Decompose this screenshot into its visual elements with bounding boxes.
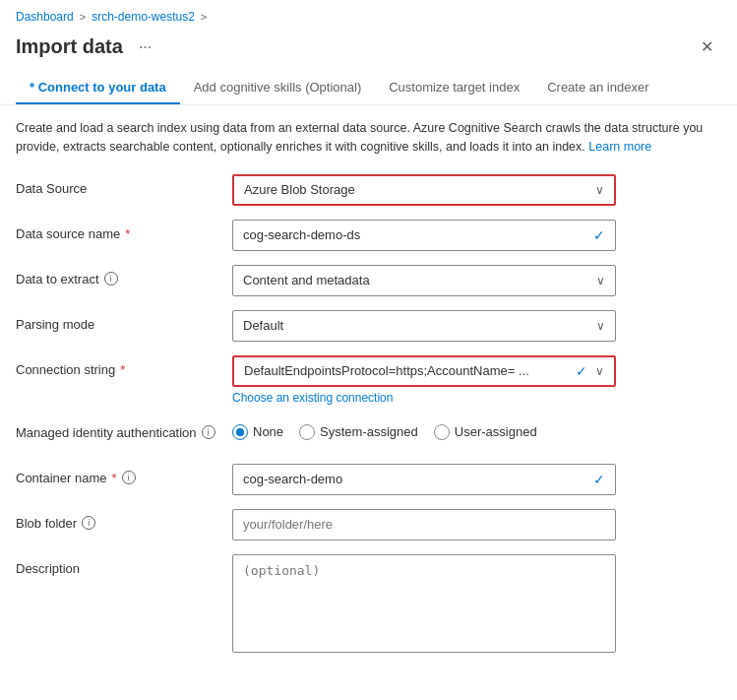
main-content: Create and load a search index using dat… (0, 105, 737, 680)
breadcrumb-sep2: > (201, 11, 207, 23)
breadcrumb-dashboard[interactable]: Dashboard (16, 10, 74, 24)
data-source-name-check-icon: ✓ (593, 227, 605, 243)
parsing-mode-label: Parsing mode (16, 310, 232, 332)
connection-string-label: Connection string * (16, 355, 232, 377)
choose-connection-link[interactable]: Choose an existing connection (232, 391, 616, 405)
radio-user-circle (434, 424, 450, 440)
parsing-mode-arrow-icon: ∨ (596, 319, 605, 333)
breadcrumb-sep1: > (80, 11, 86, 23)
radio-none-circle (232, 424, 248, 440)
data-to-extract-row: Data to extract i Content and metadata ∨ (16, 265, 721, 296)
radio-system-circle (299, 424, 315, 440)
breadcrumb: Dashboard > srch-demo-westus2 > (0, 0, 737, 30)
container-check-icon: ✓ (593, 472, 605, 487)
parsing-mode-control: Default ∨ (232, 310, 616, 342)
blob-folder-label: Blob folder i (16, 509, 232, 531)
ellipsis-button[interactable]: ··· (133, 36, 157, 58)
data-source-label: Data Source (16, 174, 232, 196)
data-to-extract-label: Data to extract i (16, 265, 232, 286)
managed-identity-label: Managed identity authentication i (16, 418, 232, 440)
radio-none-inner (236, 428, 244, 436)
tab-index[interactable]: Customize target index (375, 72, 533, 104)
connection-string-control: DefaultEndpointsProtocol=https;AccountNa… (232, 355, 616, 405)
breadcrumb-service[interactable]: srch-demo-westus2 (92, 10, 195, 24)
connection-string-row: Connection string * DefaultEndpointsProt… (16, 355, 721, 405)
data-source-name-control: cog-search-demo-ds ✓ (232, 220, 616, 251)
data-source-name-dropdown[interactable]: cog-search-demo-ds ✓ (232, 220, 616, 251)
radio-none[interactable]: None (232, 424, 283, 440)
page-header: Import data ··· ✕ (0, 30, 737, 72)
data-source-control: Azure Blob Storage ∨ (232, 174, 616, 206)
container-name-label: Container name * i (16, 464, 232, 485)
conn-right-icons: ✓ ∨ (576, 363, 604, 379)
container-required-star: * (112, 471, 117, 485)
container-info-icon: i (122, 471, 136, 484)
blob-folder-info-icon: i (82, 516, 95, 530)
container-name-row: Container name * i cog-search-demo ✓ (16, 464, 721, 495)
data-source-name-label: Data source name * (16, 220, 232, 241)
tab-indexer[interactable]: Create an indexer (533, 72, 662, 104)
required-star: * (125, 226, 130, 241)
managed-identity-info-icon: i (202, 425, 215, 439)
blob-folder-input[interactable] (232, 509, 616, 541)
container-name-dropdown[interactable]: cog-search-demo ✓ (232, 464, 616, 495)
conn-required-star: * (120, 362, 125, 377)
description-text: Create and load a search index using dat… (16, 119, 721, 157)
parsing-mode-dropdown[interactable]: Default ∨ (232, 310, 616, 342)
data-source-name-row: Data source name * cog-search-demo-ds ✓ (16, 220, 721, 251)
page-title: Import data (16, 35, 123, 58)
header-left: Import data ··· (16, 35, 157, 58)
conn-arrow-icon: ∨ (595, 364, 604, 378)
description-textarea[interactable] (232, 554, 616, 653)
description-field-label: Description (16, 554, 232, 576)
data-to-extract-dropdown[interactable]: Content and metadata ∨ (232, 265, 616, 296)
tabs-container: * Connect to your data Add cognitive ski… (0, 72, 737, 105)
tab-connect[interactable]: * Connect to your data (16, 72, 180, 104)
data-source-row: Data Source Azure Blob Storage ∨ (16, 174, 721, 206)
connection-string-dropdown[interactable]: DefaultEndpointsProtocol=https;AccountNa… (232, 355, 616, 387)
container-name-control: cog-search-demo ✓ (232, 464, 616, 495)
data-source-arrow-icon: ∨ (595, 183, 604, 197)
managed-identity-control: None System-assigned User-assigned (232, 418, 616, 440)
parsing-mode-row: Parsing mode Default ∨ (16, 310, 721, 342)
data-to-extract-arrow-icon: ∨ (596, 274, 605, 287)
close-button[interactable]: ✕ (693, 33, 721, 60)
blob-folder-control (232, 509, 616, 541)
managed-identity-row: Managed identity authentication i None S… (16, 418, 721, 450)
data-source-dropdown[interactable]: Azure Blob Storage ∨ (232, 174, 616, 206)
radio-system[interactable]: System-assigned (299, 424, 418, 440)
description-control (232, 554, 616, 653)
learn-more-link[interactable]: Learn more (588, 140, 651, 154)
data-to-extract-control: Content and metadata ∨ (232, 265, 616, 296)
data-to-extract-info-icon: i (104, 272, 118, 286)
description-row: Description (16, 554, 721, 653)
radio-user[interactable]: User-assigned (434, 424, 537, 440)
tab-skills[interactable]: Add cognitive skills (Optional) (180, 72, 376, 104)
connection-string-wrapper: DefaultEndpointsProtocol=https;AccountNa… (232, 355, 616, 405)
conn-check-icon: ✓ (576, 363, 587, 379)
radio-group: None System-assigned User-assigned (232, 418, 616, 440)
blob-folder-row: Blob folder i (16, 509, 721, 541)
